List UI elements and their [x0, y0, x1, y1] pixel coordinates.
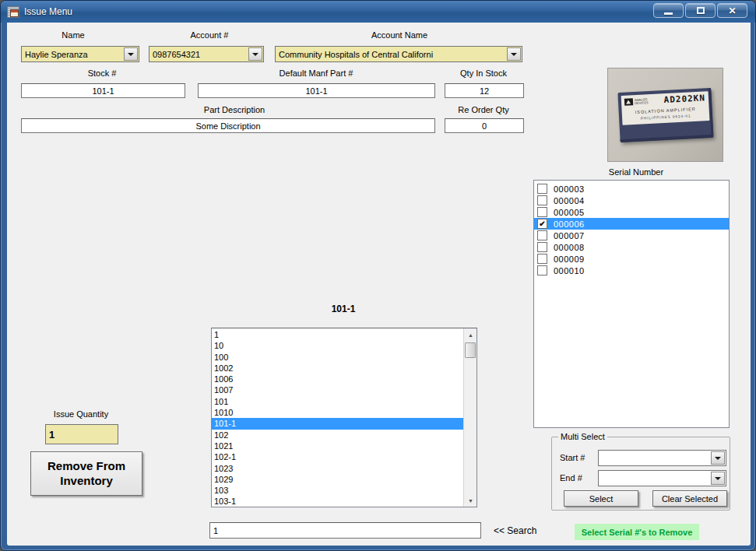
stock-list-item[interactable]: 1002	[212, 363, 463, 374]
qty-in-stock-label: Qty In Stock	[437, 68, 530, 78]
chevron-down-icon[interactable]	[248, 47, 262, 61]
search-input[interactable]: 1	[209, 522, 481, 539]
chevron-down-icon[interactable]	[711, 472, 725, 485]
scroll-down-icon[interactable]: ▼	[464, 494, 477, 507]
stock-list-item[interactable]: 1010	[212, 407, 463, 418]
chevron-down-icon[interactable]	[507, 47, 521, 61]
select-serials-hint: Select Serial #'s to Remove	[575, 524, 699, 540]
start-number-combobox[interactable]	[598, 450, 726, 466]
checkbox-icon[interactable]	[537, 230, 547, 240]
stock-list-items: 1101001002100610071011010101-11021021102…	[212, 329, 463, 507]
chip-image: ANALOG DEVICES AD202KN ISOLATION AMPLIFI…	[617, 88, 713, 142]
serial-number-text: 000010	[554, 266, 585, 276]
maximize-icon	[697, 7, 705, 14]
name-combobox-value: Haylie Speranza	[22, 50, 123, 59]
stock-list-header: 101-1	[281, 304, 406, 314]
chip-model-text: AD202KN	[653, 93, 706, 105]
account-name-combobox-value: Community Hospitals of Central Californi	[276, 50, 506, 59]
re-order-qty-field[interactable]: 0	[445, 118, 524, 133]
serial-row[interactable]: 000007	[534, 230, 729, 241]
stock-list-item[interactable]: 100	[212, 352, 463, 363]
serial-row[interactable]: ✔000006	[534, 218, 729, 230]
part-photo: ANALOG DEVICES AD202KN ISOLATION AMPLIFI…	[607, 68, 723, 162]
checkbox-icon[interactable]	[537, 184, 547, 194]
window-title: Issue Menu	[24, 6, 72, 17]
select-button[interactable]: Select	[564, 490, 638, 507]
window-controls: ✕	[653, 3, 747, 18]
stock-list-item[interactable]: 103-1	[212, 496, 463, 507]
multi-select-groupbox: Multi Select Start # End # Select Clear …	[551, 437, 730, 511]
stock-list-item[interactable]: 102	[212, 430, 463, 440]
end-number-label: End #	[560, 473, 582, 483]
name-combobox[interactable]: Haylie Speranza	[21, 46, 139, 62]
end-number-combobox[interactable]	[598, 470, 726, 486]
serial-row[interactable]: 000010	[534, 265, 729, 276]
stock-list-item[interactable]: 1021	[212, 440, 463, 451]
checkbox-icon[interactable]	[537, 207, 547, 217]
part-description-label: Part Description	[172, 105, 297, 114]
serial-number-text: 000007	[554, 231, 585, 240]
serial-number-label: Serial Number	[582, 167, 691, 177]
account-number-combobox-value: 0987654321	[149, 50, 248, 59]
close-button[interactable]: ✕	[717, 3, 747, 18]
stock-list-item[interactable]: 102-1	[212, 451, 463, 462]
serial-number-text: 000005	[554, 208, 585, 217]
stock-number-field[interactable]: 101-1	[21, 83, 185, 98]
stock-list-item[interactable]: 1023	[212, 463, 463, 474]
minimize-icon	[664, 12, 673, 15]
serial-list[interactable]: 000003000004000005✔000006000007000008000…	[533, 180, 730, 428]
serial-row[interactable]: 000004	[534, 195, 729, 206]
account-number-label: Account #	[163, 30, 256, 40]
clear-selected-button[interactable]: Clear Selected	[652, 490, 727, 507]
stock-list-item[interactable]: 1007	[212, 384, 463, 395]
serial-number-text: 000004	[554, 196, 585, 205]
qty-in-stock-field[interactable]: 12	[445, 83, 524, 98]
minimize-button[interactable]	[653, 3, 684, 18]
stock-listbox[interactable]: 1101001002100610071011010101-11021021102…	[211, 328, 477, 507]
default-manf-part-label: Default Manf Part #	[254, 68, 378, 78]
checkbox-icon[interactable]	[537, 195, 547, 205]
issue-quantity-label: Issue Quantity	[42, 409, 120, 419]
remove-from-inventory-button[interactable]: Remove From Inventory	[30, 451, 142, 496]
serial-number-text: 000006	[554, 219, 585, 229]
stock-list-item[interactable]: 1006	[212, 374, 463, 384]
start-number-label: Start #	[560, 453, 585, 462]
checkbox-checked-icon[interactable]: ✔	[537, 219, 547, 229]
scrollbar-thumb[interactable]	[465, 342, 476, 358]
chevron-down-icon[interactable]	[124, 47, 138, 61]
search-hint-label: << Search	[494, 525, 548, 536]
chip-brand-text: ANALOG DEVICES	[635, 97, 653, 104]
maximize-button[interactable]	[685, 3, 716, 18]
account-number-combobox[interactable]: 0987654321	[149, 46, 264, 62]
checkbox-icon[interactable]	[537, 242, 547, 252]
name-label: Name	[34, 30, 112, 40]
stock-list-item[interactable]: 1029	[212, 474, 463, 485]
serial-number-text: 000009	[554, 254, 585, 264]
analog-devices-logo-icon	[624, 98, 633, 106]
checkbox-icon[interactable]	[537, 254, 547, 264]
stock-list-item[interactable]: 101-1	[212, 418, 463, 429]
serial-number-text: 000003	[554, 184, 585, 194]
form-client-area: Name Account # Account Name Haylie Spera…	[7, 23, 751, 546]
checkbox-icon[interactable]	[537, 265, 547, 276]
issue-quantity-field[interactable]: 1	[45, 424, 118, 444]
form-icon	[7, 6, 19, 18]
stock-list-item[interactable]: 101	[212, 396, 463, 407]
scroll-up-icon[interactable]: ▲	[464, 328, 477, 341]
serial-row[interactable]: 000008	[534, 241, 729, 253]
account-name-combobox[interactable]: Community Hospitals of Central Californi	[275, 46, 522, 62]
chevron-down-icon[interactable]	[711, 451, 725, 465]
account-name-label: Account Name	[337, 30, 462, 40]
vertical-scrollbar[interactable]: ▲ ▼	[463, 328, 476, 507]
serial-row[interactable]: 000009	[534, 253, 729, 265]
re-order-qty-label: Re Order Qty	[437, 105, 530, 114]
serial-row[interactable]: 000003	[534, 183, 729, 195]
serial-row[interactable]: 000005	[534, 206, 729, 218]
default-manf-part-field[interactable]: 101-1	[198, 83, 435, 98]
stock-list-item[interactable]: 103	[212, 485, 463, 496]
stock-list-item[interactable]: 10	[212, 340, 463, 351]
titlebar[interactable]: Issue Menu ✕	[1, 1, 755, 23]
part-description-field[interactable]: Some Discription	[21, 118, 435, 133]
issue-menu-window: Issue Menu ✕ Name Account # Account Name…	[0, 0, 756, 551]
stock-list-item[interactable]: 1	[212, 329, 463, 340]
